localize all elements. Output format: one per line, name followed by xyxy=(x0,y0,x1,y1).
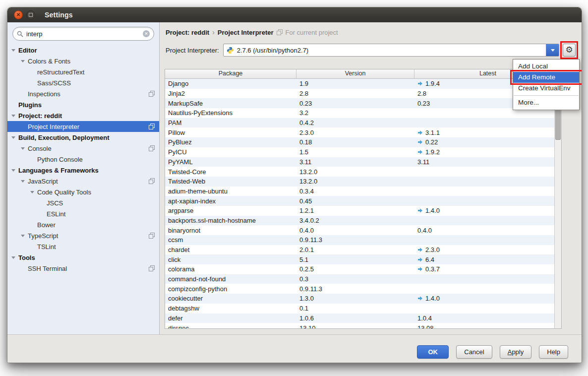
latest-value: 6.4 xyxy=(425,256,434,263)
table-row[interactable]: apt-xapian-index0.45 xyxy=(165,196,561,206)
maximize-icon[interactable] xyxy=(26,10,35,19)
latest-value: 1.9.2 xyxy=(425,148,440,156)
sidebar-item-console[interactable]: Console xyxy=(7,143,159,154)
ok-button[interactable]: OK xyxy=(417,345,449,359)
table-row[interactable]: PAM0.4.2 xyxy=(165,118,561,128)
expand-arrow-icon[interactable] xyxy=(30,191,34,193)
scrollbar-thumb[interactable] xyxy=(555,108,561,140)
menu-item-create-virtualenv[interactable]: Create VirtualEnv xyxy=(513,83,579,94)
sidebar-item-colors-fonts[interactable]: Colors & Fonts xyxy=(7,56,159,66)
table-row[interactable]: PyICU1.51.9.2 xyxy=(165,147,561,157)
expand-arrow-icon[interactable] xyxy=(11,256,15,259)
table-row[interactable]: cookiecutter1.3.01.4.0 xyxy=(165,294,561,304)
table-row[interactable]: compizconfig-python0.9.11.3 xyxy=(165,284,561,294)
breadcrumb-project[interactable]: Project: reddit xyxy=(166,29,209,36)
sidebar-item-label: Plugins xyxy=(18,101,42,109)
table-row[interactable]: binaryornot0.4.00.4.0 xyxy=(165,225,561,235)
cancel-button[interactable]: Cancel xyxy=(456,345,492,359)
table-row[interactable]: command-not-found0.3 xyxy=(165,274,561,284)
table-row[interactable]: chardet2.0.12.3.0 xyxy=(165,245,561,255)
menu-item-more[interactable]: More... xyxy=(513,97,579,108)
table-row[interactable]: argparse1.2.11.4.0 xyxy=(165,206,561,216)
table-row[interactable]: Django1.91.9.4 xyxy=(165,79,561,89)
search-input[interactable]: interp ✕ xyxy=(12,27,154,41)
table-row[interactable]: Jinja22.82.8 xyxy=(165,89,561,99)
table-row[interactable]: debtagshw0.1 xyxy=(165,304,561,313)
sidebar-item-languages-frameworks[interactable]: Languages & Frameworks xyxy=(7,165,159,176)
expand-arrow-icon[interactable] xyxy=(11,136,15,139)
cell-version: 1.5 xyxy=(296,148,414,156)
sidebar-item-sass-scss[interactable]: Sass/SCSS xyxy=(7,77,159,88)
expand-arrow-icon[interactable] xyxy=(11,49,15,52)
table-row[interactable]: dirspec13.1013.08 xyxy=(165,323,561,328)
expand-arrow-icon[interactable] xyxy=(21,235,25,237)
table-row[interactable]: adium-theme-ubuntu0.3.4 xyxy=(165,187,561,196)
sidebar-item-build-execution-deployment[interactable]: Build, Execution, Deployment xyxy=(7,132,159,143)
menu-item-add-remote[interactable]: Add Remote xyxy=(513,72,579,83)
sidebar-item-label: SSH Terminal xyxy=(28,265,67,272)
sidebar-item-label: Sass/SCSS xyxy=(37,79,71,87)
sidebar-item-project-reddit[interactable]: Project: reddit xyxy=(7,110,159,121)
close-icon[interactable]: ✕ xyxy=(14,10,23,19)
table-row[interactable]: ccsm0.9.11.3 xyxy=(165,235,561,245)
table-row[interactable]: click5.16.4 xyxy=(165,254,561,264)
table-row[interactable]: Twisted-Core13.2.0 xyxy=(165,167,561,177)
sidebar-item-label: Tools xyxy=(18,254,35,261)
version-value: 3.11 xyxy=(299,158,311,166)
expand-arrow-icon[interactable] xyxy=(21,147,25,150)
table-row[interactable]: MarkupSafe0.230.23 xyxy=(165,98,561,108)
package-value: apt-xapian-index xyxy=(168,197,216,205)
clear-search-icon[interactable]: ✕ xyxy=(143,30,150,37)
expand-arrow-icon[interactable] xyxy=(11,115,15,117)
cell-version: 0.1 xyxy=(296,305,414,312)
package-value: debtagshw xyxy=(168,305,199,312)
sidebar-item-bower[interactable]: Bower xyxy=(7,219,159,230)
expand-arrow-icon[interactable] xyxy=(11,169,15,172)
table-row[interactable]: defer1.0.61.0.4 xyxy=(165,313,561,323)
sidebar-item-code-quality-tools[interactable]: Code Quality Tools xyxy=(7,187,159,197)
table-row[interactable]: Twisted-Web13.2.0 xyxy=(165,177,561,187)
menu-item-add-local[interactable]: Add Local xyxy=(513,61,579,72)
breadcrumb-separator-icon: › xyxy=(212,28,215,36)
sidebar-item-inspections[interactable]: Inspections xyxy=(7,88,159,99)
sidebar-item-restructuredtext[interactable]: reStructuredText xyxy=(7,66,159,77)
gear-dropdown-menu: Add LocalAdd RemoteCreate VirtualEnvMore… xyxy=(513,59,580,110)
column-header-package[interactable]: Package xyxy=(165,69,296,78)
vertical-scrollbar[interactable] xyxy=(554,78,561,328)
column-header-version[interactable]: Version xyxy=(296,69,414,78)
gear-icon[interactable]: ⚙ xyxy=(563,44,576,57)
expand-arrow-icon[interactable] xyxy=(21,180,25,183)
sidebar-item-typescript[interactable]: TypeScript xyxy=(7,230,159,241)
help-button[interactable]: Help xyxy=(539,345,568,359)
sidebar-item-eslint[interactable]: ESLint xyxy=(7,208,159,219)
sidebar-item-jscs[interactable]: JSCS xyxy=(7,197,159,208)
interpreter-combobox[interactable]: 2.7.6 (/usr/bin/python2.7) xyxy=(223,44,559,57)
copy-settings-icon xyxy=(149,178,155,184)
package-value: command-not-found xyxy=(168,275,226,283)
update-arrow-icon xyxy=(417,130,423,135)
cell-version: 2.3.0 xyxy=(296,129,414,136)
table-row[interactable]: Nautilus-PyExtensions3.2 xyxy=(165,108,561,118)
cell-version: 3.4.0.2 xyxy=(296,217,414,224)
sidebar-item-javascript[interactable]: JavaScript xyxy=(7,176,159,187)
expand-arrow-icon[interactable] xyxy=(21,60,25,63)
table-row[interactable]: Pillow2.3.03.1.1 xyxy=(165,127,561,137)
table-row[interactable]: PyYAML3.113.11 xyxy=(165,157,561,167)
table-row[interactable]: colorama0.2.50.3.7 xyxy=(165,264,561,274)
combobox-arrow-icon[interactable] xyxy=(546,44,559,56)
sidebar-item-ssh-terminal[interactable]: SSH Terminal xyxy=(7,263,159,274)
cell-version: 0.23 xyxy=(296,100,414,107)
cell-package: adium-theme-ubuntu xyxy=(165,188,296,195)
cell-version: 13.2.0 xyxy=(296,178,414,185)
sidebar-item-tools[interactable]: Tools xyxy=(7,252,159,263)
sidebar-item-tslint[interactable]: TSLint xyxy=(7,241,159,252)
version-value: 1.0.6 xyxy=(299,314,314,322)
sidebar-item-editor[interactable]: Editor xyxy=(7,45,159,56)
sidebar-item-python-console[interactable]: Python Console xyxy=(7,154,159,165)
sidebar-item-project-interpreter[interactable]: Project Interpreter xyxy=(7,121,159,132)
sidebar-item-label: Languages & Frameworks xyxy=(18,167,99,174)
sidebar-item-plugins[interactable]: Plugins xyxy=(7,99,159,110)
table-row[interactable]: PyBluez0.180.22 xyxy=(165,137,561,147)
apply-button[interactable]: Apply xyxy=(500,345,532,359)
table-row[interactable]: backports.ssl-match-hostname3.4.0.2 xyxy=(165,216,561,226)
